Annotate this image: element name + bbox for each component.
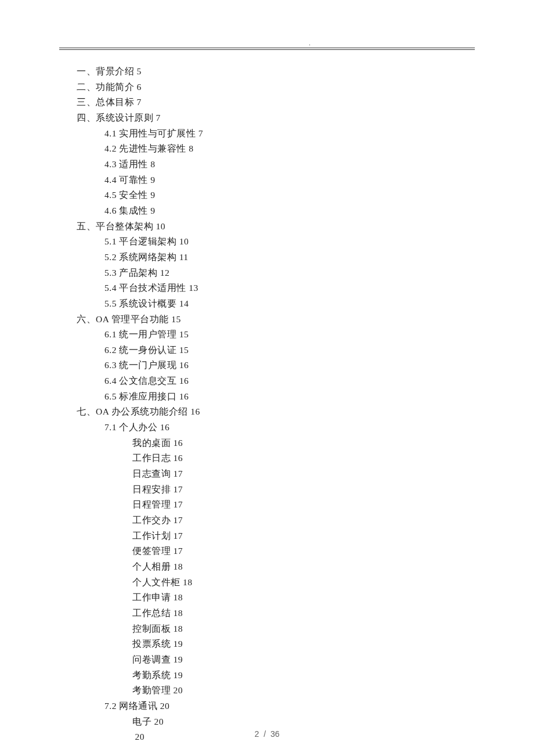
header-rule-upper [59, 48, 475, 48]
toc-entry: 5.5 系统设计概要 14 [77, 296, 475, 312]
toc-entry: 日程安排 17 [77, 482, 475, 498]
page-sep: / [261, 729, 268, 739]
toc-entry: 个人相册 18 [77, 559, 475, 575]
toc-entry: 4.4 可靠性 9 [77, 172, 475, 188]
document-page: . 一、背景介绍 5二、功能简介 6三、总体目标 7四、系统设计原则 74.1 … [0, 0, 534, 756]
table-of-contents: 一、背景介绍 5二、功能简介 6三、总体目标 7四、系统设计原则 74.1 实用… [59, 64, 475, 745]
toc-entry: 工作计划 17 [77, 528, 475, 544]
toc-entry: 投票系统 19 [77, 636, 475, 652]
toc-entry: 4.3 适用性 8 [77, 157, 475, 172]
toc-entry: 日程管理 17 [77, 497, 475, 513]
toc-entry: 七、OA 办公系统功能介绍 16 [77, 404, 475, 420]
toc-entry: 一、背景介绍 5 [77, 64, 475, 80]
toc-entry: 三、总体目标 7 [77, 95, 475, 110]
toc-entry: 四、系统设计原则 7 [77, 110, 475, 126]
toc-entry: 6.5 标准应用接口 16 [77, 389, 475, 405]
toc-entry: 个人文件柜 18 [77, 575, 475, 591]
header-rule-lower [59, 49, 475, 50]
toc-entry: 工作日志 16 [77, 451, 475, 466]
toc-entry: 6.4 公文信息交互 16 [77, 373, 475, 389]
toc-entry: 7.1 个人办公 16 [77, 420, 475, 435]
toc-entry: 6.1 统一用户管理 15 [77, 327, 475, 343]
toc-entry: 考勤管理 20 [77, 683, 475, 699]
toc-entry: 5.4 平台技术适用性 13 [77, 280, 475, 296]
toc-entry: 7.2 网络通讯 20 [77, 699, 475, 714]
toc-entry: 控制面板 18 [77, 621, 475, 637]
toc-entry: 问卷调查 19 [77, 652, 475, 668]
toc-entry: 考勤系统 19 [77, 668, 475, 683]
toc-entry: 4.1 实用性与可扩展性 7 [77, 126, 475, 142]
toc-entry: 五、平台整体架构 10 [77, 219, 475, 235]
page-total: 36 [270, 729, 280, 739]
toc-entry: 5.1 平台逻辑架构 10 [77, 234, 475, 250]
toc-entry: 4.2 先进性与兼容性 8 [77, 141, 475, 157]
toc-entry: 5.3 产品架构 12 [77, 265, 475, 281]
toc-entry: 便签管理 17 [77, 543, 475, 559]
toc-entry: 电子 20 [77, 714, 475, 730]
page-footer: 2 / 36 [0, 729, 534, 739]
toc-entry: 工作申请 18 [77, 590, 475, 606]
toc-entry: 六、OA 管理平台功能 15 [77, 312, 475, 327]
toc-entry: 4.5 安全性 9 [77, 188, 475, 203]
toc-entry: 5.2 系统网络架构 11 [77, 250, 475, 265]
toc-entry: 6.2 统一身份认证 15 [77, 343, 475, 358]
toc-entry: 工作总结 18 [77, 606, 475, 621]
header-dot: . [309, 39, 311, 46]
page-current: 2 [254, 729, 259, 739]
toc-entry: 二、功能简介 6 [77, 80, 475, 95]
header-rule: . [59, 48, 475, 50]
toc-entry: 4.6 集成性 9 [77, 203, 475, 219]
toc-entry: 6.3 统一门户展现 16 [77, 358, 475, 373]
toc-entry: 我的桌面 16 [77, 435, 475, 451]
toc-entry: 工作交办 17 [77, 513, 475, 528]
toc-entry: 日志查询 17 [77, 466, 475, 482]
